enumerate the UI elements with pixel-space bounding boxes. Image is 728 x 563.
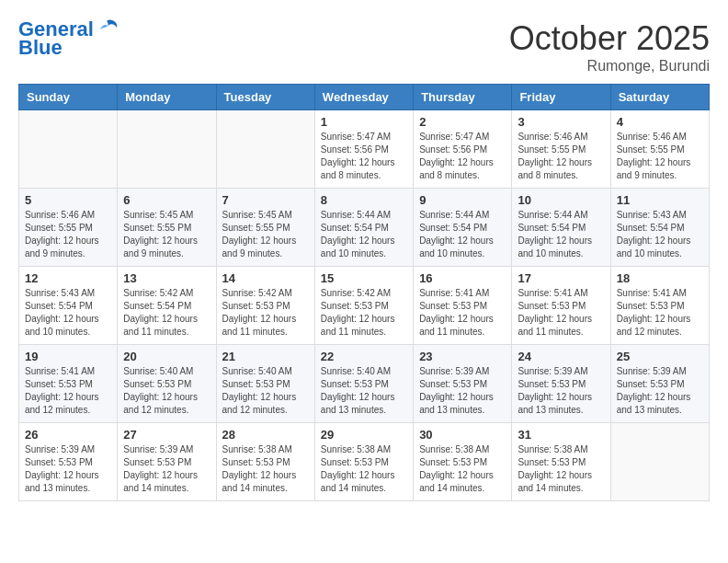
calendar-day-3: 3Sunrise: 5:46 AM Sunset: 5:55 PM Daylig… [512,110,610,189]
calendar-day-5: 5Sunrise: 5:46 AM Sunset: 5:55 PM Daylig… [19,189,118,267]
day-number: 11 [617,193,703,207]
day-number: 12 [25,271,111,285]
calendar-day-28: 28Sunrise: 5:38 AM Sunset: 5:53 PM Dayli… [216,423,314,501]
day-number: 28 [222,428,309,442]
title-block: October 2025 Rumonge, Burundi [509,18,710,75]
day-info: Sunrise: 5:39 AM Sunset: 5:53 PM Dayligh… [25,443,111,495]
day-info: Sunrise: 5:45 AM Sunset: 5:55 PM Dayligh… [222,209,309,260]
calendar-day-6: 6Sunrise: 5:45 AM Sunset: 5:55 PM Daylig… [118,189,216,267]
weekday-header-wednesday: Wednesday [314,85,413,110]
day-info: Sunrise: 5:47 AM Sunset: 5:56 PM Dayligh… [419,131,506,182]
calendar-day-23: 23Sunrise: 5:39 AM Sunset: 5:53 PM Dayli… [414,345,512,423]
weekday-header-thursday: Thursday [414,85,512,110]
calendar-day-21: 21Sunrise: 5:40 AM Sunset: 5:53 PM Dayli… [216,345,314,423]
day-number: 14 [222,271,309,285]
day-number: 19 [25,350,111,363]
day-number: 26 [25,428,111,442]
day-number: 15 [321,271,407,285]
day-info: Sunrise: 5:38 AM Sunset: 5:53 PM Dayligh… [419,443,506,495]
day-number: 5 [25,193,111,207]
day-info: Sunrise: 5:41 AM Sunset: 5:53 PM Dayligh… [518,287,604,339]
day-info: Sunrise: 5:46 AM Sunset: 5:55 PM Dayligh… [25,209,111,260]
day-info: Sunrise: 5:39 AM Sunset: 5:53 PM Dayligh… [123,443,210,495]
day-number: 31 [518,428,604,442]
day-number: 7 [222,193,309,207]
day-number: 6 [123,193,210,207]
day-number: 25 [617,350,703,363]
page-header: General Blue October 2025 Rumonge, Burun… [18,18,710,75]
day-info: Sunrise: 5:46 AM Sunset: 5:55 PM Dayligh… [518,131,604,182]
day-number: 18 [617,271,703,285]
day-number: 1 [321,115,407,129]
calendar-week-row: 12Sunrise: 5:43 AM Sunset: 5:54 PM Dayli… [19,267,710,345]
calendar-day-18: 18Sunrise: 5:41 AM Sunset: 5:53 PM Dayli… [610,267,709,345]
weekday-header-saturday: Saturday [610,85,709,110]
calendar-day-13: 13Sunrise: 5:42 AM Sunset: 5:54 PM Dayli… [118,267,216,345]
logo: General Blue [18,18,120,59]
calendar-day-24: 24Sunrise: 5:39 AM Sunset: 5:53 PM Dayli… [512,345,610,423]
day-info: Sunrise: 5:40 AM Sunset: 5:53 PM Dayligh… [222,365,309,417]
day-info: Sunrise: 5:43 AM Sunset: 5:54 PM Dayligh… [617,209,703,260]
calendar-day-17: 17Sunrise: 5:41 AM Sunset: 5:53 PM Dayli… [512,267,610,345]
day-info: Sunrise: 5:45 AM Sunset: 5:55 PM Dayligh… [123,209,210,260]
calendar-week-row: 26Sunrise: 5:39 AM Sunset: 5:53 PM Dayli… [19,423,710,501]
day-number: 21 [222,350,309,363]
day-number: 10 [518,193,604,207]
calendar-week-row: 19Sunrise: 5:41 AM Sunset: 5:53 PM Dayli… [19,345,710,423]
weekday-header-sunday: Sunday [19,85,118,110]
day-info: Sunrise: 5:41 AM Sunset: 5:53 PM Dayligh… [25,365,111,417]
weekday-header-friday: Friday [512,85,610,110]
calendar-day-26: 26Sunrise: 5:39 AM Sunset: 5:53 PM Dayli… [19,423,118,501]
calendar-day-25: 25Sunrise: 5:39 AM Sunset: 5:53 PM Dayli… [610,345,709,423]
day-info: Sunrise: 5:43 AM Sunset: 5:54 PM Dayligh… [25,287,111,339]
day-info: Sunrise: 5:38 AM Sunset: 5:53 PM Dayligh… [518,443,604,495]
location: Rumonge, Burundi [509,58,710,75]
calendar-day-9: 9Sunrise: 5:44 AM Sunset: 5:54 PM Daylig… [414,189,512,267]
calendar-day-19: 19Sunrise: 5:41 AM Sunset: 5:53 PM Dayli… [19,345,118,423]
day-number: 3 [518,115,604,129]
day-info: Sunrise: 5:41 AM Sunset: 5:53 PM Dayligh… [617,287,703,339]
weekday-header-row: SundayMondayTuesdayWednesdayThursdayFrid… [19,85,710,110]
day-number: 13 [123,271,210,285]
day-info: Sunrise: 5:44 AM Sunset: 5:54 PM Dayligh… [419,209,506,260]
day-info: Sunrise: 5:44 AM Sunset: 5:54 PM Dayligh… [518,209,604,260]
day-info: Sunrise: 5:42 AM Sunset: 5:54 PM Dayligh… [123,287,210,339]
day-info: Sunrise: 5:38 AM Sunset: 5:53 PM Dayligh… [321,443,407,495]
calendar-day-20: 20Sunrise: 5:40 AM Sunset: 5:53 PM Dayli… [118,345,216,423]
day-info: Sunrise: 5:39 AM Sunset: 5:53 PM Dayligh… [419,365,506,417]
month-title: October 2025 [509,18,710,58]
day-info: Sunrise: 5:40 AM Sunset: 5:53 PM Dayligh… [321,365,407,417]
day-info: Sunrise: 5:38 AM Sunset: 5:53 PM Dayligh… [222,443,309,495]
day-number: 24 [518,350,604,363]
calendar-day-16: 16Sunrise: 5:41 AM Sunset: 5:53 PM Dayli… [414,267,512,345]
calendar-day-30: 30Sunrise: 5:38 AM Sunset: 5:53 PM Dayli… [414,423,512,501]
calendar-day-31: 31Sunrise: 5:38 AM Sunset: 5:53 PM Dayli… [512,423,610,501]
calendar-day-22: 22Sunrise: 5:40 AM Sunset: 5:53 PM Dayli… [314,345,413,423]
calendar-day-1: 1Sunrise: 5:47 AM Sunset: 5:56 PM Daylig… [314,110,413,189]
weekday-header-tuesday: Tuesday [216,85,314,110]
calendar-week-row: 5Sunrise: 5:46 AM Sunset: 5:55 PM Daylig… [19,189,710,267]
day-info: Sunrise: 5:39 AM Sunset: 5:53 PM Dayligh… [518,365,604,417]
day-info: Sunrise: 5:41 AM Sunset: 5:53 PM Dayligh… [419,287,506,339]
calendar-empty-cell [610,423,709,501]
logo-bird-icon [95,18,120,39]
day-number: 17 [518,271,604,285]
day-number: 30 [419,428,506,442]
weekday-header-monday: Monday [118,85,216,110]
day-info: Sunrise: 5:42 AM Sunset: 5:53 PM Dayligh… [222,287,309,339]
day-info: Sunrise: 5:42 AM Sunset: 5:53 PM Dayligh… [321,287,407,339]
day-number: 16 [419,271,506,285]
day-number: 20 [123,350,210,363]
day-info: Sunrise: 5:44 AM Sunset: 5:54 PM Dayligh… [321,209,407,260]
day-number: 9 [419,193,506,207]
calendar-day-2: 2Sunrise: 5:47 AM Sunset: 5:56 PM Daylig… [414,110,512,189]
calendar-table: SundayMondayTuesdayWednesdayThursdayFrid… [18,84,710,501]
day-number: 29 [321,428,407,442]
day-number: 22 [321,350,407,363]
day-info: Sunrise: 5:47 AM Sunset: 5:56 PM Dayligh… [321,131,407,182]
calendar-empty-cell [118,110,216,189]
calendar-day-12: 12Sunrise: 5:43 AM Sunset: 5:54 PM Dayli… [19,267,118,345]
calendar-day-4: 4Sunrise: 5:46 AM Sunset: 5:55 PM Daylig… [610,110,709,189]
calendar-day-29: 29Sunrise: 5:38 AM Sunset: 5:53 PM Dayli… [314,423,413,501]
day-number: 27 [123,428,210,442]
